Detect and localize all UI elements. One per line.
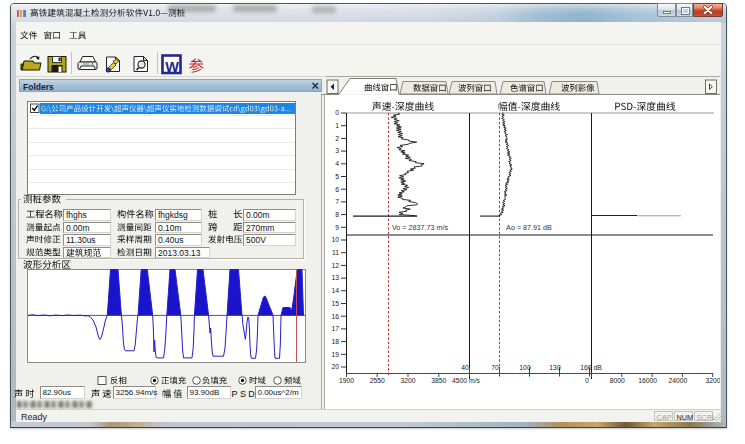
svg-text:8000: 8000 — [610, 377, 625, 384]
svg-text:32000 u: 32000 u — [705, 377, 730, 384]
svg-text:8: 8 — [335, 211, 339, 218]
svg-text:18: 18 — [331, 338, 339, 345]
svg-text:Vo = 2837.73 m/s: Vo = 2837.73 m/s — [392, 223, 449, 232]
svg-text:14: 14 — [331, 287, 339, 294]
svg-text:13: 13 — [331, 274, 339, 281]
svg-text:160 dB: 160 dB — [580, 364, 602, 371]
svg-text:0: 0 — [335, 109, 339, 116]
svg-text:4: 4 — [335, 160, 339, 167]
svg-text:16: 16 — [331, 313, 339, 320]
svg-text:1: 1 — [335, 122, 339, 129]
svg-text:70: 70 — [491, 364, 499, 371]
svg-text:2: 2 — [335, 135, 339, 142]
svg-text:11: 11 — [332, 249, 339, 256]
svg-text:0: 0 — [585, 377, 589, 384]
svg-text:15: 15 — [331, 300, 339, 307]
svg-text:100: 100 — [519, 364, 531, 371]
svg-text:7: 7 — [335, 198, 339, 205]
svg-text:3850: 3850 — [431, 377, 446, 384]
svg-text:6: 6 — [335, 186, 339, 193]
svg-text:Ao = 87.91 dB: Ao = 87.91 dB — [506, 223, 552, 232]
svg-text:9: 9 — [335, 224, 339, 231]
svg-text:12: 12 — [331, 262, 339, 269]
svg-text:19: 19 — [331, 351, 339, 358]
svg-text:130: 130 — [549, 364, 561, 371]
svg-text:3: 3 — [335, 147, 339, 154]
svg-text:16000: 16000 — [638, 377, 657, 384]
svg-text:24000: 24000 — [668, 377, 687, 384]
svg-text:W: W — [165, 59, 179, 75]
svg-text:3200: 3200 — [400, 377, 415, 384]
svg-text:10: 10 — [331, 236, 339, 243]
svg-text:17: 17 — [331, 325, 339, 332]
svg-text:4500 m/s: 4500 m/s — [452, 377, 481, 384]
svg-text:1900: 1900 — [339, 377, 354, 384]
svg-text:20: 20 — [331, 363, 339, 370]
svg-text:5: 5 — [335, 173, 339, 180]
svg-text:2550: 2550 — [370, 377, 385, 384]
svg-text:40: 40 — [461, 364, 469, 371]
